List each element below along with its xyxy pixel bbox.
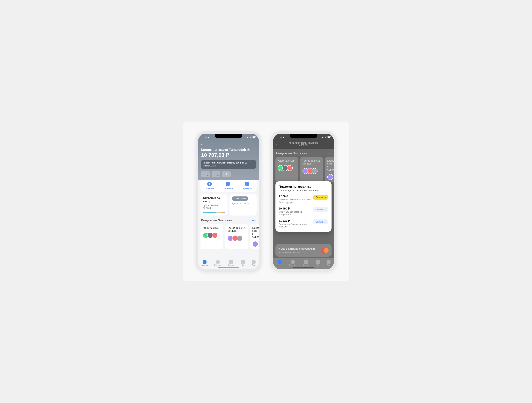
- bonus-card-title: Кэшбэк до 30%: [278, 159, 296, 162]
- services-icon: [304, 260, 308, 264]
- battery-icon: [252, 136, 256, 138]
- bonus-card[interactable]: Кэшбэк 50% в Сервисах: [325, 157, 334, 182]
- payment-option: 29 490 ₽ Минимальный платеж с рассрочкам…: [279, 207, 328, 216]
- payment-option: 2 100 ₽ Минимальный платеж, чтобы не был…: [279, 195, 328, 204]
- action-pay[interactable]: ● Оплатить: [205, 182, 214, 190]
- card-thumbnail[interactable]: [212, 171, 220, 177]
- payment-desc: Минимальный платеж, чтобы не было штрафо…: [279, 198, 311, 204]
- payments-icon: [216, 260, 220, 264]
- wifi-icon: [324, 136, 327, 138]
- tab-chat[interactable]: Чат: [316, 260, 320, 266]
- payment-option: 61 323 ₽ Платеж для беспроцентного перио…: [279, 219, 328, 228]
- arrow-icon: →: [245, 182, 249, 186]
- ops-spent: Трат в декабре 33 508 ₽: [203, 204, 225, 210]
- see-all-link[interactable]: Все: [327, 152, 331, 155]
- tab-home[interactable]: Главная: [276, 260, 283, 266]
- see-all-link[interactable]: Все: [252, 219, 256, 222]
- payment-amount: 29 490 ₽: [279, 207, 311, 210]
- payment-notice[interactable]: Внесите минимальный платеж 2 100 ₽ до 20…: [201, 160, 256, 169]
- status-time: 11:00: [201, 136, 207, 139]
- notch: [290, 134, 317, 138]
- bonus-card[interactable]: Кэшбэк 50% в Сервисах: [250, 224, 259, 249]
- payment-desc: Платеж для беспроцентного периода: [279, 223, 311, 228]
- action-label: Оплатить: [205, 187, 214, 190]
- tab-services[interactable]: Сервисы: [303, 260, 309, 266]
- balance: 10 707,60 ₽: [201, 152, 256, 158]
- install-sub: На сумму 65 359,40 ₽: [279, 251, 321, 254]
- action-label: Пополнить: [223, 187, 233, 190]
- tab-home[interactable]: Главная: [202, 260, 208, 266]
- action-label: Перевести: [242, 187, 252, 190]
- pay-button[interactable]: Оплатить: [313, 219, 328, 224]
- payment-amount: 2 100 ₽: [279, 195, 311, 198]
- payments-modal: Платежи по кредитке Оплатите до 20 январ…: [275, 181, 331, 232]
- home-indicator[interactable]: [218, 268, 239, 268]
- bonus-row: Кэшбэк до 30% Рассрочки до 12 месяцев Кэ…: [275, 157, 331, 182]
- tab-services[interactable]: Сервисы: [228, 260, 234, 266]
- phone-mockup-left: 11:00 ➤ ‹ Кредитная карта Тинькофф ✎: [196, 131, 261, 272]
- points-card[interactable]: ✿ 586 баллов Доступно сейчас: [229, 194, 257, 215]
- bonus-section-title: Бонусы по Платинум: [201, 219, 232, 222]
- gear-icon: ✿: [234, 198, 235, 200]
- bonus-card-title: Кэшбэк 50% в Сервисах: [252, 226, 258, 238]
- installments-card[interactable]: У вас 3 активные рассрочки На сумму 65 3…: [275, 244, 331, 257]
- bonus-card[interactable]: Кэшбэк до 30%: [201, 224, 223, 249]
- card-title-row: Кредитная карта Тинькофф ✎: [201, 148, 256, 152]
- home-indicator[interactable]: [293, 268, 314, 268]
- modal-title: Платежи по кредитке: [279, 185, 328, 188]
- header-amount: 10 707,60 ₽: [289, 144, 318, 146]
- ops-title: Операции по счету: [203, 196, 225, 203]
- card-thumbnail[interactable]: [201, 171, 210, 177]
- status-time: 11:00: [276, 136, 282, 139]
- add-card-button[interactable]: +: [222, 171, 231, 177]
- chat-icon: [316, 260, 320, 264]
- pay-button-primary[interactable]: Оплатить: [313, 195, 328, 200]
- notch: [215, 134, 242, 138]
- edit-icon[interactable]: ✎: [247, 148, 250, 151]
- tab-payments[interactable]: Платежи: [214, 260, 221, 266]
- tab-payments[interactable]: Платежи: [289, 260, 296, 266]
- phone-mockup-right: 11:00 ➤ ‹ Кредитная карта Тинькофф 10 70…: [271, 131, 336, 272]
- location-icon: ➤: [282, 136, 284, 139]
- bonus-card[interactable]: Рассрочки до 12 месяцев: [225, 224, 248, 249]
- action-topup[interactable]: + Пополнить: [223, 182, 233, 190]
- points-sub: Доступно сейчас: [232, 202, 254, 205]
- bonus-row[interactable]: Кэшбэк до 30% Рассрочки до 12 месяцев Кэ…: [201, 224, 257, 249]
- spending-bar: [203, 212, 225, 213]
- operations-card[interactable]: Операции по счету Трат в декабре 33 508 …: [201, 194, 228, 215]
- bonus-card[interactable]: Рассрочки до 12 месяцев: [300, 157, 323, 182]
- back-button[interactable]: ‹: [276, 142, 277, 146]
- signal-icon: [246, 136, 248, 138]
- points-badge: ✿ 586 баллов: [232, 196, 248, 201]
- pay-button[interactable]: Оплатить: [313, 207, 328, 212]
- install-title: У вас 3 активные рассрочки: [279, 247, 321, 250]
- wifi-icon: [249, 136, 252, 138]
- bonus-card-title: Кэшбэк 50% в Сервисах: [327, 159, 332, 171]
- more-icon: [252, 260, 256, 264]
- location-icon: ➤: [207, 136, 209, 139]
- modal-subtitle: Оплатите до 20 января включительно: [279, 189, 328, 192]
- bonus-card-title: Рассрочки до 12 месяцев: [228, 226, 246, 232]
- card-title: Кредитная карта Тинькофф: [201, 148, 246, 152]
- cards-row: +: [201, 171, 256, 177]
- services-icon: [229, 260, 233, 264]
- action-transfer[interactable]: → Перевести: [242, 182, 252, 190]
- tab-chat[interactable]: Чат: [241, 260, 245, 266]
- payments-icon: [291, 260, 295, 264]
- mastercard-icon: [321, 248, 329, 253]
- tab-more[interactable]: Еще: [327, 260, 330, 266]
- tab-more[interactable]: Еще: [252, 260, 256, 266]
- more-icon: [327, 260, 330, 264]
- home-icon: [203, 260, 207, 264]
- bonus-card-title: Кэшбэк до 30%: [203, 226, 221, 229]
- payment-desc: Минимальный платеж с рассрочками: [279, 211, 311, 216]
- body-dimmed: Бонусы по Платинум Все Кэшбэк до 30% Рас…: [273, 149, 334, 258]
- payment-amount: 61 323 ₽: [279, 219, 311, 223]
- signal-icon: [321, 136, 323, 138]
- bonus-card[interactable]: Кэшбэк до 30%: [275, 157, 298, 182]
- quick-actions: ● Оплатить + Пополнить → Перевести: [201, 180, 257, 192]
- header-title: Кредитная карта Тинькофф: [289, 141, 318, 144]
- bonus-section-title: Бонусы по Платинум: [276, 152, 307, 155]
- back-button[interactable]: ‹: [201, 141, 203, 147]
- plus-icon: +: [226, 182, 230, 186]
